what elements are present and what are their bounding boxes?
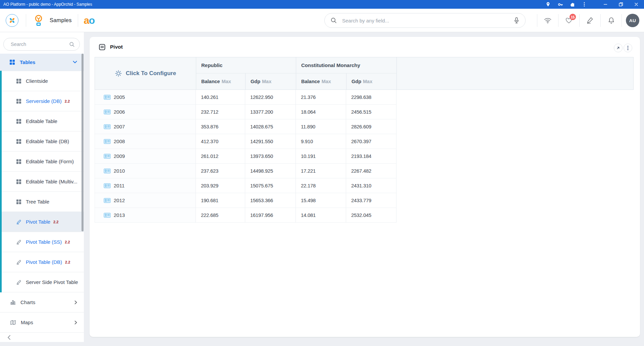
sidebar-scrollbar[interactable] bbox=[82, 54, 84, 231]
sidebar-collapse-button[interactable] bbox=[0, 333, 84, 342]
search-icon bbox=[330, 17, 337, 24]
column-group-constitutional-monarchy: Constitutional Monarchy bbox=[296, 57, 397, 73]
row-header-cell[interactable]: 2010 bbox=[95, 164, 196, 178]
row-year-label: 2012 bbox=[114, 197, 125, 203]
pivot-row-2008[interactable]: 2008 412.370 14291.550 9.910 2670.397 bbox=[95, 134, 634, 149]
chevron-right-icon bbox=[74, 300, 77, 304]
record-card-icon bbox=[104, 124, 111, 129]
row-header-cell[interactable]: 2013 bbox=[95, 208, 196, 223]
product-title: Samples bbox=[50, 17, 72, 23]
cell-gdp-republic: 13973.650 bbox=[245, 149, 296, 164]
global-search-input[interactable] bbox=[341, 17, 513, 24]
report-icon bbox=[98, 43, 106, 51]
pivot-row-2010[interactable]: 2010 237.623 14498.925 17.221 2267.482 bbox=[95, 164, 634, 178]
favorites-button[interactable]: 15 bbox=[558, 17, 579, 24]
pivot-row-2007[interactable]: 2007 353.876 14028.675 11.890 2826.609 bbox=[95, 119, 634, 134]
record-card-icon bbox=[104, 139, 111, 144]
apporchid-logo[interactable]: ao bbox=[84, 15, 95, 25]
cell-balance-republic: 222.685 bbox=[196, 208, 245, 223]
sidebar-item-maps[interactable]: Maps bbox=[0, 312, 84, 333]
app-launcher-icon[interactable] bbox=[6, 14, 18, 27]
expand-card-button[interactable] bbox=[614, 44, 623, 52]
column-header-balance-max[interactable]: BalanceMax bbox=[196, 73, 246, 90]
notifications-bell-icon[interactable] bbox=[601, 17, 622, 24]
sidebar-item-clientside[interactable]: Clientside bbox=[0, 71, 84, 91]
configure-button[interactable]: Click To Configure bbox=[95, 57, 196, 90]
pivot-card-header: Pivot bbox=[90, 37, 640, 57]
item-accent-stripe bbox=[0, 232, 2, 252]
row-header-cell[interactable]: 2008 bbox=[95, 134, 196, 149]
sidebar-item-label: Clientside bbox=[26, 78, 48, 84]
card-title: Pivot bbox=[110, 44, 123, 50]
sidebar-section-tables[interactable]: Tables bbox=[0, 54, 84, 71]
sidebar-item-editable-table-db[interactable]: Editable Table (DB) bbox=[0, 131, 84, 152]
sidebar-item-editable-table-multiv[interactable]: Editable Table (Multiv... bbox=[0, 172, 84, 192]
row-header-cell[interactable]: 2005 bbox=[95, 90, 196, 105]
row-spacer bbox=[396, 193, 634, 208]
sidebar-search-input[interactable] bbox=[10, 41, 69, 47]
item-accent-stripe bbox=[0, 131, 2, 152]
sidebar-item-serverside-db[interactable]: Serverside (DB) 2.2 bbox=[0, 91, 84, 111]
sidebar-item-pivot-table[interactable]: Pivot Table 2.2 bbox=[0, 212, 84, 232]
sidebar-item-server-side-pivot-table[interactable]: Server Side Pivot Table bbox=[0, 272, 84, 292]
sidebar-section-label: Tables bbox=[20, 59, 35, 65]
item-accent-stripe bbox=[0, 71, 2, 91]
window-title: AO Platform - public demo - AppOrchid - … bbox=[0, 2, 542, 7]
cell-gdp-monarchy: 2456.515 bbox=[346, 105, 396, 119]
cell-balance-republic: 261.012 bbox=[196, 149, 245, 164]
location-icon[interactable] bbox=[542, 0, 554, 9]
annotate-pen-icon[interactable] bbox=[580, 16, 600, 24]
pivot-card: Pivot bbox=[90, 37, 640, 337]
sidebar-items: Clientside Serverside (DB) 2.2 Editable … bbox=[0, 71, 84, 292]
browser-menu-icon[interactable] bbox=[578, 0, 590, 9]
sidebar-item-label: Serverside (DB) bbox=[26, 98, 62, 104]
sidebar-item-pivot-table-ss[interactable]: Pivot Table (SS) 2.2 bbox=[0, 232, 84, 252]
row-header-cell[interactable]: 2012 bbox=[95, 193, 196, 208]
pivot-table: Click To Configure Republic Constitution… bbox=[95, 57, 634, 223]
record-card-icon bbox=[104, 198, 111, 203]
grid-icon bbox=[16, 99, 21, 104]
sidebar-item-charts[interactable]: Charts bbox=[0, 292, 84, 312]
wifi-icon[interactable] bbox=[537, 17, 558, 24]
pivot-row-2009[interactable]: 2009 261.012 13973.650 10.191 2193.184 bbox=[95, 149, 634, 164]
close-button[interactable] bbox=[629, 0, 644, 9]
header-divider bbox=[26, 14, 26, 27]
header-spacer bbox=[397, 57, 633, 90]
minimize-button[interactable] bbox=[598, 0, 613, 9]
user-avatar[interactable]: AU bbox=[626, 14, 639, 27]
maximize-button[interactable] bbox=[613, 0, 629, 9]
key-icon[interactable] bbox=[554, 0, 566, 9]
search-icon bbox=[69, 41, 75, 48]
pivot-row-2011[interactable]: 2011 203.929 15075.675 22.178 2431.310 bbox=[95, 178, 634, 193]
row-year-label: 2006 bbox=[114, 109, 125, 115]
cell-gdp-monarchy: 2193.184 bbox=[346, 149, 396, 164]
sidebar-item-editable-table-form[interactable]: Editable Table (Form) bbox=[0, 152, 84, 172]
sidebar-item-label: Editable Table (DB) bbox=[26, 138, 69, 144]
sidebar-item-tree-table[interactable]: Tree Table bbox=[0, 192, 84, 212]
lightbulb-logo-icon[interactable] bbox=[33, 14, 44, 27]
row-header-cell[interactable]: 2006 bbox=[95, 105, 196, 119]
sidebar-item-label: Editable Table (Form) bbox=[26, 159, 74, 164]
sidebar-item-pivot-table-db[interactable]: Pivot Table (DB) 2.2 bbox=[0, 252, 84, 272]
version-badge: 2.2 bbox=[65, 99, 70, 103]
header-divider bbox=[622, 14, 622, 27]
bar-chart-icon bbox=[10, 299, 16, 305]
pivot-table-header: Click To Configure Republic Constitution… bbox=[95, 57, 634, 90]
pivot-row-2012[interactable]: 2012 190.681 15653.366 15.498 2433.779 bbox=[95, 193, 634, 208]
microphone-icon[interactable] bbox=[513, 17, 520, 24]
column-header-gdp-max[interactable]: GdpMax bbox=[246, 73, 296, 90]
column-header-balance-max[interactable]: BalanceMax bbox=[296, 73, 346, 90]
card-menu-button[interactable] bbox=[624, 44, 632, 52]
pivot-row-2013[interactable]: 2013 222.685 16197.956 14.081 2532.045 bbox=[95, 208, 634, 223]
row-year-label: 2005 bbox=[114, 94, 125, 100]
sidebar-item-editable-table[interactable]: Editable Table bbox=[0, 111, 84, 131]
row-header-cell[interactable]: 2011 bbox=[95, 178, 196, 193]
pivot-row-2005[interactable]: 2005 140.261 12622.950 21.376 2298.638 bbox=[95, 90, 634, 105]
row-header-cell[interactable]: 2007 bbox=[95, 119, 196, 134]
row-header-cell[interactable]: 2009 bbox=[95, 149, 196, 164]
pivot-row-2006[interactable]: 2006 232.712 13377.200 18.064 2456.515 bbox=[95, 105, 634, 119]
grid-icon bbox=[16, 119, 21, 124]
column-header-gdp-max[interactable]: GdpMax bbox=[346, 73, 397, 90]
cell-gdp-monarchy: 2431.310 bbox=[346, 178, 396, 193]
extensions-icon[interactable] bbox=[566, 0, 578, 9]
